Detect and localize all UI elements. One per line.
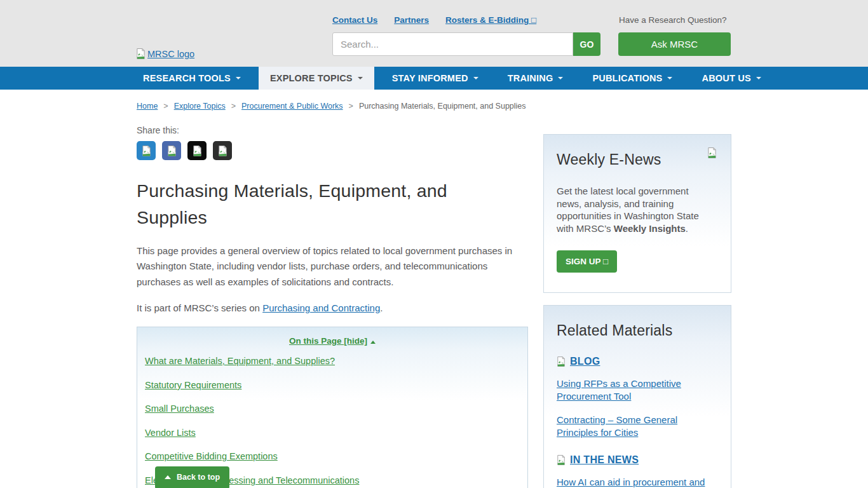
related-materials-title: Related Materials (557, 322, 718, 339)
chevron-down-icon (358, 77, 363, 79)
intro-paragraph: This page provides a general overview of… (137, 243, 528, 290)
back-to-top-button[interactable]: Back to top (155, 466, 229, 488)
share-linkedin-icon[interactable] (137, 141, 156, 160)
nav-label: EXPLORE TOPICS (270, 73, 353, 83)
broken-image-icon (142, 146, 151, 156)
site-header: MRSC logo Contact Us Partners Rosters & … (0, 0, 868, 67)
on-this-page-hide-link[interactable]: On this Page [hide] (289, 336, 367, 346)
chevron-down-icon (558, 77, 563, 79)
rosters-ebidding-link[interactable]: Rosters & E-Bidding □ (445, 15, 536, 25)
nav-explore-topics[interactable]: EXPLORE TOPICS (259, 67, 374, 90)
breadcrumb-separator: > (231, 102, 236, 111)
series-paragraph: It is part of MRSC’s series on Purchasin… (137, 301, 528, 316)
nav-about-us[interactable]: ABOUT US (690, 67, 772, 90)
on-this-page-box: On this Page [hide] What are Materials, … (137, 327, 528, 488)
enews-body-suffix: . (686, 223, 688, 234)
weekly-enews-box: Weekly E-News Get the latest local gover… (543, 134, 731, 293)
chevron-down-icon (756, 77, 761, 79)
in-the-news-section-heading: IN THE NEWS (557, 454, 718, 466)
nav-label: RESEARCH TOOLS (143, 73, 231, 83)
ask-mrsc-button[interactable]: Ask MRSC (618, 32, 731, 56)
nav-stay-informed[interactable]: STAY INFORMED (381, 67, 490, 90)
broken-image-icon (136, 48, 146, 59)
toc-link-vendor-lists[interactable]: Vendor Lists (145, 426, 520, 440)
blog-heading-link[interactable]: BLOG (570, 356, 600, 367)
breadcrumb-explore-topics[interactable]: Explore Topics (174, 102, 226, 111)
page: MRSC logo Contact Us Partners Rosters & … (0, 0, 868, 488)
share-label: Share this: (137, 125, 528, 135)
collapse-arrow-icon (370, 341, 376, 344)
related-link-ai-procurement[interactable]: How AI can aid in procurement and purcha… (557, 476, 715, 488)
back-to-top-label: Back to top (177, 473, 220, 482)
nav-research-tools[interactable]: RESEARCH TOOLS (132, 67, 252, 90)
breadcrumb-current: Purchasing Materials, Equipment, and Sup… (359, 102, 526, 111)
enews-body: Get the latest local government news, an… (557, 185, 712, 235)
toc-link-small-purchases[interactable]: Small Purchases (145, 402, 520, 416)
breadcrumb-procurement[interactable]: Procurement & Public Works (241, 102, 343, 111)
broken-image-icon (167, 146, 177, 156)
nav-label: TRAINING (508, 73, 553, 83)
broken-image-icon (193, 146, 202, 156)
mrsc-logo-link[interactable]: MRSC logo (136, 48, 194, 59)
mrsc-logo-alt-text: MRSC logo (147, 49, 194, 59)
toc-link-competitive-bidding-exemptions[interactable]: Competitive Bidding Exemptions (145, 450, 520, 463)
share-x-twitter-icon[interactable] (187, 141, 207, 160)
nav-publications[interactable]: PUBLICATIONS (581, 67, 684, 90)
sign-up-button[interactable]: SIGN UP □ (557, 250, 617, 273)
utility-links: Contact Us Partners Rosters & E-Bidding … (332, 15, 536, 25)
nav-training[interactable]: TRAINING (496, 67, 575, 90)
main-nav: RESEARCH TOOLS EXPLORE TOPICS STAY INFOR… (0, 67, 868, 90)
search-go-button[interactable]: GO (573, 32, 600, 56)
nav-label: PUBLICATIONS (592, 73, 662, 83)
enews-title: Weekly E-News (557, 151, 718, 168)
share-buttons (137, 141, 528, 160)
on-this-page-header: On this Page [hide] (145, 336, 520, 346)
series-suffix: . (380, 302, 383, 313)
broken-image-icon (557, 455, 566, 465)
chevron-down-icon (667, 77, 672, 79)
partners-link[interactable]: Partners (394, 15, 429, 25)
purchasing-contracting-link[interactable]: Purchasing and Contracting (262, 302, 380, 313)
broken-image-icon (218, 146, 227, 156)
related-materials-box: Related Materials BLOG Using RFPs as a C… (543, 305, 731, 488)
enews-body-bold: Weekly Insights (614, 223, 686, 234)
share-email-icon[interactable] (213, 141, 232, 160)
chevron-down-icon (473, 77, 478, 79)
research-question-text: Have a Research Question? (619, 15, 727, 25)
toc-link-what-are-materials[interactable]: What are Materials, Equipment, and Suppl… (145, 355, 520, 368)
chevron-down-icon (236, 77, 241, 79)
sidebar: Weekly E-News Get the latest local gover… (543, 134, 731, 488)
contact-us-link[interactable]: Contact Us (332, 15, 377, 25)
page-title: Purchasing Materials, Equipment, and Sup… (137, 177, 480, 231)
breadcrumb-separator: > (163, 102, 168, 111)
related-link-contracting-principles[interactable]: Contracting – Some General Principles fo… (557, 414, 715, 439)
broken-image-icon (557, 356, 566, 367)
toc-link-statutory-requirements[interactable]: Statutory Requirements (145, 379, 520, 392)
nav-label: ABOUT US (702, 73, 750, 83)
nav-label: STAY INFORMED (392, 73, 468, 83)
series-prefix: It is part of MRSC’s series on (137, 302, 262, 313)
main-content: Share this: Purchasing Materials, Equipm… (137, 125, 528, 488)
breadcrumb-separator: > (349, 102, 353, 111)
blog-section-heading: BLOG (557, 356, 718, 367)
breadcrumb: Home > Explore Topics > Procurement & Pu… (137, 102, 526, 111)
arrow-up-icon (165, 475, 171, 479)
search-input[interactable] (332, 32, 573, 56)
share-facebook-icon[interactable] (162, 141, 181, 160)
broken-image-icon (707, 147, 717, 161)
in-the-news-heading-link[interactable]: IN THE NEWS (570, 454, 639, 466)
breadcrumb-home[interactable]: Home (137, 102, 158, 111)
related-link-rfps[interactable]: Using RFPs as a Competitive Procurement … (557, 377, 715, 403)
